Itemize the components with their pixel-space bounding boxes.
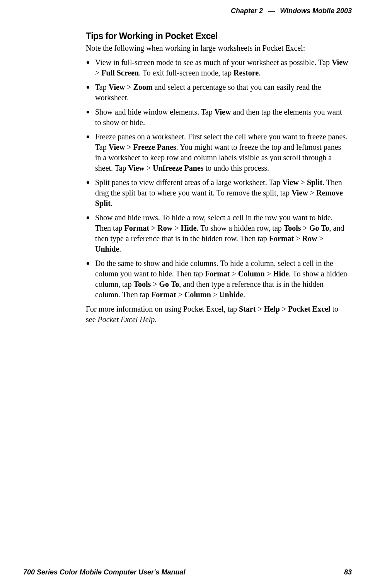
list-item: Do the same to show and hide columns. To… <box>86 258 349 300</box>
menu-ref: Full Screen <box>101 69 139 77</box>
text: > <box>280 305 288 313</box>
text: > <box>176 290 184 299</box>
list-item: Freeze panes on a worksheet. First selec… <box>86 132 349 173</box>
menu-ref: View <box>109 83 125 91</box>
menu-ref: Help <box>264 305 280 313</box>
text: Show and hide window elements. Tap <box>95 108 215 116</box>
menu-ref: Format <box>151 290 176 299</box>
closing-paragraph: For more information on using Pocket Exc… <box>86 304 349 325</box>
text: > <box>149 224 157 232</box>
menu-ref: View <box>109 143 125 151</box>
menu-ref: Start <box>239 305 256 313</box>
main-content: Tips for Working in Pocket Excel Note th… <box>86 31 349 325</box>
text: > <box>125 83 133 91</box>
menu-ref: Column <box>184 290 211 299</box>
menu-ref: Go To <box>309 224 329 232</box>
text: > <box>317 234 323 243</box>
menu-ref: View <box>215 108 231 116</box>
menu-ref: Restore <box>234 69 259 77</box>
text: . <box>111 199 112 207</box>
page-footer: 700 Series Color Mobile Computer User's … <box>23 568 352 576</box>
help-title: Pocket Excel Help <box>98 315 155 324</box>
menu-ref: Row <box>302 234 317 243</box>
menu-ref: Unhide <box>95 245 119 253</box>
text: Split panes to view different areas of a… <box>95 178 282 187</box>
footer-title: 700 Series Color Mobile Computer User's … <box>23 568 185 576</box>
text: > <box>294 234 302 243</box>
list-item: Show and hide rows. To hide a row, selec… <box>86 213 349 254</box>
text: > <box>145 164 153 172</box>
chapter-label: Chapter <box>231 7 257 15</box>
document-title: Windows Mobile 2003 <box>280 7 352 15</box>
section-title: Tips for Working in Pocket Excel <box>86 31 349 41</box>
menu-ref: Tools <box>284 224 301 232</box>
menu-ref: View <box>332 58 348 67</box>
list-item: Split panes to view different areas of a… <box>86 177 349 209</box>
menu-ref: View <box>282 178 299 187</box>
text: . <box>259 69 261 77</box>
menu-ref: Zoom <box>133 83 153 91</box>
menu-ref: Column <box>238 269 265 278</box>
text: > <box>211 290 219 299</box>
text: > <box>95 69 101 77</box>
menu-ref: Split <box>307 178 322 187</box>
text: Tap <box>95 83 109 91</box>
menu-ref: Go To <box>159 280 179 288</box>
menu-ref: View <box>128 164 145 172</box>
list-item: Show and hide window elements. Tap View … <box>86 107 349 128</box>
menu-ref: Format <box>269 234 294 243</box>
page-header: Chapter 2 — Windows Mobile 2003 <box>231 7 352 15</box>
menu-ref: Unfreeze Panes <box>153 164 203 172</box>
text: to undo this process. <box>204 164 269 172</box>
text: > <box>265 269 273 278</box>
text: View in full-screen mode to see as much … <box>95 58 332 67</box>
header-separator: — <box>268 7 275 15</box>
text: > <box>301 224 309 232</box>
text: . <box>155 315 157 324</box>
text: > <box>172 224 181 232</box>
text: . To exit full-screen mode, tap <box>139 69 234 77</box>
menu-ref: Freeze Panes <box>133 143 176 151</box>
text: > <box>230 269 238 278</box>
menu-ref: View <box>291 189 308 197</box>
text: . <box>243 290 245 299</box>
text: > <box>151 280 159 288</box>
text: . To show a hidden row, tap <box>197 224 284 232</box>
menu-ref: Pocket Excel <box>288 305 330 313</box>
menu-ref: Unhide <box>219 290 243 299</box>
menu-ref: Format <box>205 269 230 278</box>
text: > <box>256 305 264 313</box>
list-item: View in full-screen mode to see as much … <box>86 57 349 78</box>
text: For more information on using Pocket Exc… <box>86 305 239 313</box>
text: > <box>299 178 307 187</box>
tips-list: View in full-screen mode to see as much … <box>86 57 349 300</box>
list-item: Tap View > Zoom and select a percentage … <box>86 82 349 103</box>
section-intro: Note the following when working in large… <box>86 43 349 53</box>
menu-ref: Format <box>124 224 149 232</box>
text: > <box>308 189 316 197</box>
text: . <box>119 245 121 253</box>
menu-ref: Tools <box>133 280 151 288</box>
chapter-number: 2 <box>259 7 263 15</box>
menu-ref: Hide <box>181 224 196 232</box>
menu-ref: Hide <box>273 269 289 278</box>
text: > <box>125 143 133 151</box>
page-number: 83 <box>344 568 352 576</box>
menu-ref: Row <box>157 224 172 232</box>
